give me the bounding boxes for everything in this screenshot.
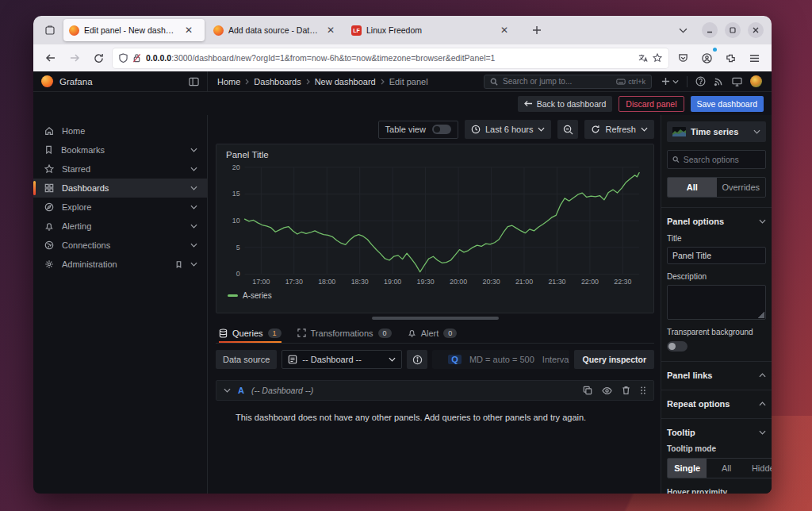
visualization-picker[interactable]: Time series: [667, 121, 766, 142]
panel-options-header[interactable]: Panel options: [667, 217, 766, 226]
shield-icon[interactable]: [119, 53, 128, 63]
chevron-down-icon[interactable]: [190, 186, 197, 190]
zoom-out-button[interactable]: [557, 120, 578, 139]
panel-links-header[interactable]: Panel links: [667, 371, 766, 380]
chevron-down-icon[interactable]: [190, 262, 197, 267]
resize-grip[interactable]: [372, 317, 499, 320]
options-search-input[interactable]: [684, 155, 760, 164]
tooltip-mode-hidden[interactable]: Hidden: [746, 459, 772, 478]
tab-linux-freedom[interactable]: LF Linux Freedom ✕: [346, 19, 524, 41]
tab-queries[interactable]: Queries 1: [219, 323, 282, 343]
sidebar-item-starred[interactable]: Starred: [33, 159, 207, 179]
chevron-down-icon: [538, 127, 545, 132]
timeseries-viz-icon: [672, 127, 686, 136]
divider: [661, 390, 772, 390]
svg-text:19:30: 19:30: [417, 278, 435, 286]
tab-close-icon[interactable]: ✕: [324, 24, 337, 36]
save-dashboard-button[interactable]: Save dashboard: [691, 96, 764, 112]
options-search[interactable]: [667, 150, 766, 169]
chevron-down-icon[interactable]: [190, 243, 197, 248]
sidebar-item-home[interactable]: Home: [33, 121, 207, 140]
monitor-icon[interactable]: [732, 77, 742, 86]
chevron-down-icon[interactable]: [224, 388, 231, 393]
repeat-options-header[interactable]: Repeat options: [667, 399, 766, 409]
datasource-help-button[interactable]: [407, 350, 427, 369]
sidebar-item-dashboards[interactable]: Dashboards: [33, 179, 207, 198]
timeseries-chart[interactable]: 0510152017:0017:3018:0018:3019:0019:3020…: [224, 161, 645, 290]
description-textarea[interactable]: [667, 285, 766, 320]
breadcrumb-new-dashboard[interactable]: New dashboard: [315, 77, 376, 86]
extensions-icon[interactable]: [721, 48, 740, 67]
bookmark-icon[interactable]: [175, 260, 182, 269]
add-new-icon[interactable]: [661, 77, 679, 86]
sidebar-item-explore[interactable]: Explore: [33, 198, 207, 217]
pocket-icon[interactable]: [673, 48, 692, 67]
tab-overrides[interactable]: Overrides: [717, 178, 766, 197]
minimize-button[interactable]: [702, 22, 718, 38]
maximize-button[interactable]: [725, 22, 741, 38]
gear-icon: [44, 259, 54, 269]
tooltip-mode-single[interactable]: Single: [668, 459, 707, 478]
dock-menu-icon[interactable]: [189, 77, 199, 86]
tab-close-icon[interactable]: ✕: [498, 24, 511, 36]
time-range-label: Last 6 hours: [485, 125, 534, 134]
query-row-header[interactable]: A (-- Dashboard --): [216, 380, 654, 401]
tab-close-icon[interactable]: ✕: [182, 24, 195, 36]
sidebar-item-administration[interactable]: Administration: [33, 255, 207, 274]
chevron-down-icon[interactable]: [190, 205, 197, 209]
query-options[interactable]: Q MD = auto = 500 Interval = 30s: [432, 350, 569, 369]
help-icon[interactable]: [695, 76, 706, 86]
chart-legend[interactable]: A-series: [228, 291, 645, 300]
divider: [687, 76, 688, 87]
query-ref-id[interactable]: A: [238, 386, 244, 395]
drag-grip-icon[interactable]: [640, 386, 646, 395]
account-icon[interactable]: [697, 48, 716, 67]
tooltip-header[interactable]: Tooltip: [667, 428, 766, 437]
tab-all[interactable]: All: [668, 178, 717, 197]
tab-add-data-source[interactable]: Add data source - Data so ✕: [208, 19, 343, 41]
svg-text:10: 10: [232, 217, 240, 225]
datasource-select[interactable]: -- Dashboard --: [282, 350, 402, 369]
tab-transformations[interactable]: Transformations 0: [297, 323, 392, 343]
refresh-button[interactable]: Refresh: [584, 120, 654, 139]
trash-icon[interactable]: [622, 386, 630, 395]
search-input[interactable]: [503, 77, 611, 86]
list-all-tabs-icon[interactable]: [676, 25, 691, 36]
transparent-background-toggle[interactable]: [667, 341, 688, 352]
breadcrumb-home[interactable]: Home: [217, 77, 240, 86]
time-range-picker[interactable]: Last 6 hours: [465, 120, 552, 139]
menu-icon[interactable]: [745, 48, 764, 67]
translate-icon[interactable]: [638, 53, 648, 63]
query-inspector-button[interactable]: Query inspector: [574, 350, 654, 369]
chevron-down-icon[interactable]: [190, 224, 197, 229]
news-icon[interactable]: [714, 76, 724, 86]
bookmark-star-icon[interactable]: [653, 53, 662, 63]
avatar[interactable]: [750, 75, 762, 87]
chevron-down-icon[interactable]: [190, 167, 197, 171]
panel-title-input[interactable]: [667, 247, 766, 264]
sidebar-item-alerting[interactable]: Alerting: [33, 217, 207, 236]
eye-icon[interactable]: [602, 386, 612, 395]
tab-alert[interactable]: Alert 0: [408, 323, 458, 343]
sidebar-item-connections[interactable]: Connections: [33, 236, 207, 255]
firefox-view-icon[interactable]: [40, 20, 60, 40]
url-bar[interactable]: 0.0.0.0:3000/dashboard/new?orgId=1&from=…: [113, 48, 668, 68]
breadcrumb-dashboards[interactable]: Dashboards: [254, 77, 301, 86]
close-button[interactable]: [748, 22, 764, 38]
lock-disabled-icon[interactable]: [132, 53, 141, 63]
global-search[interactable]: ctrl+k: [484, 75, 652, 89]
new-tab-button[interactable]: [527, 21, 546, 40]
back-to-dashboard-button[interactable]: Back to dashboard: [518, 96, 613, 112]
tab-edit-panel[interactable]: Edit panel - New dashboa ✕: [63, 19, 205, 41]
chevron-up-icon: [759, 402, 766, 406]
back-icon[interactable]: [41, 48, 60, 67]
sidebar-item-bookmarks[interactable]: Bookmarks: [33, 140, 207, 159]
forward-icon[interactable]: [65, 48, 84, 67]
pane-resize-handle[interactable]: [216, 313, 654, 323]
chevron-down-icon[interactable]: [190, 148, 197, 152]
tooltip-mode-all[interactable]: All: [707, 459, 745, 478]
reload-icon[interactable]: [89, 48, 108, 67]
table-view-toggle[interactable]: [432, 125, 451, 134]
duplicate-icon[interactable]: [583, 386, 592, 395]
discard-panel-button[interactable]: Discard panel: [619, 96, 684, 112]
